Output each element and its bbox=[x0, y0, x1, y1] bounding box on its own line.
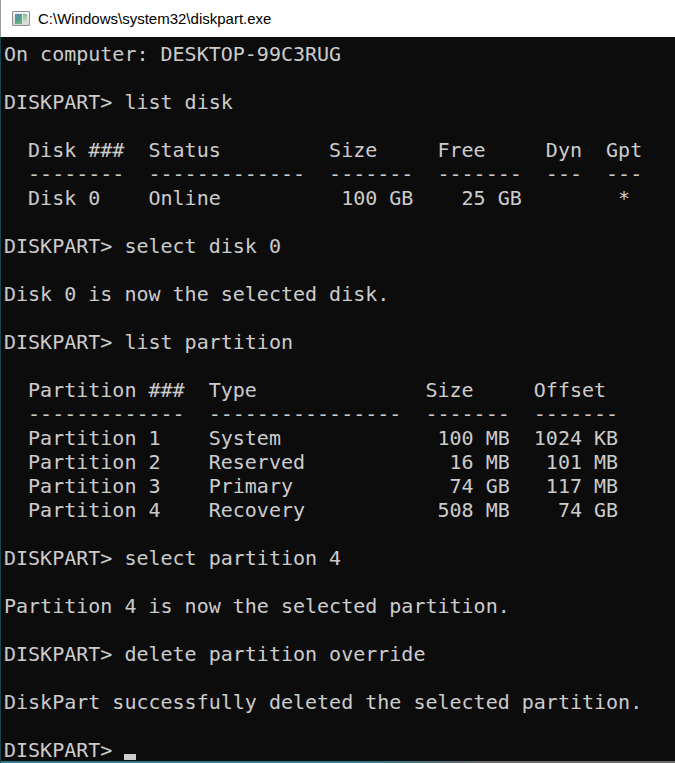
terminal-line-blank bbox=[4, 714, 675, 738]
terminal-line-blank bbox=[4, 66, 675, 90]
terminal-output[interactable]: On computer: DESKTOP-99C3RUG DISKPART> l… bbox=[0, 37, 675, 763]
text-cursor bbox=[124, 754, 136, 760]
terminal-line-blank bbox=[4, 522, 675, 546]
console-window-icon-pane bbox=[15, 14, 22, 24]
disk-table-header: Disk ### Status Size Free Dyn Gpt bbox=[4, 138, 675, 162]
partition-table-row-1: Partition 1 System 100 MB 1024 KB bbox=[4, 426, 675, 450]
terminal-command-delete-partition: DISKPART> delete partition override bbox=[4, 642, 675, 666]
terminal-prompt-line: DISKPART> bbox=[4, 738, 675, 762]
terminal-line-blank bbox=[4, 354, 675, 378]
terminal-line-blank bbox=[4, 666, 675, 690]
window-titlebar[interactable]: C:\Windows\system32\diskpart.exe bbox=[0, 0, 675, 37]
terminal-line-blank bbox=[4, 618, 675, 642]
partition-table-header: Partition ### Type Size Offset bbox=[4, 378, 675, 402]
terminal-command-list-partition: DISKPART> list partition bbox=[4, 330, 675, 354]
terminal-line-on-computer: On computer: DESKTOP-99C3RUG bbox=[4, 42, 675, 66]
terminal-line-blank bbox=[4, 570, 675, 594]
terminal-line-blank bbox=[4, 210, 675, 234]
diskpart-console-window: C:\Windows\system32\diskpart.exe On comp… bbox=[0, 0, 675, 763]
terminal-line-blank bbox=[4, 306, 675, 330]
console-window-icon[interactable] bbox=[12, 11, 30, 26]
terminal-command-select-disk: DISKPART> select disk 0 bbox=[4, 234, 675, 258]
partition-table-divider: ------------- ---------------- ------- -… bbox=[4, 402, 675, 426]
terminal-prompt: DISKPART> bbox=[4, 738, 124, 762]
partition-table-row-4: Partition 4 Recovery 508 MB 74 GB bbox=[4, 498, 675, 522]
console-window-icon-pane bbox=[23, 14, 27, 22]
terminal-command-list-disk: DISKPART> list disk bbox=[4, 90, 675, 114]
window-title: C:\Windows\system32\diskpart.exe bbox=[38, 10, 271, 27]
terminal-line-blank bbox=[4, 114, 675, 138]
disk-table-row-disk-0: Disk 0 Online 100 GB 25 GB * bbox=[4, 186, 675, 210]
partition-table-row-3: Partition 3 Primary 74 GB 117 MB bbox=[4, 474, 675, 498]
disk-table-divider: -------- ------------- ------- ------- -… bbox=[4, 162, 675, 186]
terminal-message-delete-success: DiskPart successfully deleted the select… bbox=[4, 690, 675, 714]
terminal-message-disk-selected: Disk 0 is now the selected disk. bbox=[4, 282, 675, 306]
partition-table-row-2: Partition 2 Reserved 16 MB 101 MB bbox=[4, 450, 675, 474]
terminal-command-select-partition: DISKPART> select partition 4 bbox=[4, 546, 675, 570]
terminal-line-blank bbox=[4, 258, 675, 282]
terminal-message-partition-selected: Partition 4 is now the selected partitio… bbox=[4, 594, 675, 618]
